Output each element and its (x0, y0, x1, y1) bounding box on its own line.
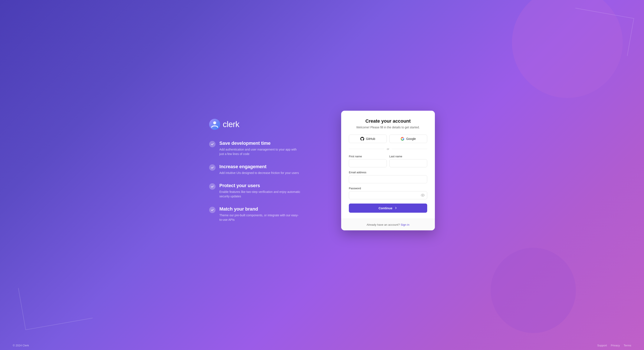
divider-text: or (387, 147, 389, 150)
feature-title-1: Save development time (219, 140, 300, 146)
footer-support-link[interactable]: Support (597, 344, 607, 347)
feature-item-1: Save development time Add authentication… (209, 140, 320, 156)
card-subtitle: Welcome! Please fill in the details to g… (349, 126, 427, 129)
footer-privacy-link[interactable]: Privacy (611, 344, 620, 347)
feature-content-4: Match your brand Theme our pre-built com… (219, 206, 300, 222)
page-footer: © 2024 Clerk Support Privacy Terms (0, 341, 644, 350)
last-name-group: Last name (389, 155, 427, 167)
card-footer: Already have an account? Sign in (341, 219, 435, 230)
main-content: clerk Save development time Add authenti… (0, 0, 644, 341)
google-icon (400, 137, 404, 141)
left-panel: clerk Save development time Add authenti… (209, 119, 320, 222)
github-icon (360, 137, 364, 141)
password-toggle-icon[interactable] (421, 193, 425, 197)
features-list: Save development time Add authentication… (209, 140, 320, 222)
github-label: GitHub (366, 137, 375, 140)
continue-label: Continue (379, 206, 392, 210)
right-panel: Create your account Welcome! Please fill… (341, 111, 435, 230)
email-label: Email address (349, 171, 427, 174)
name-row: First name Last name (349, 155, 427, 167)
feature-item-3: Protect your users Enable features like … (209, 183, 320, 199)
divider-line-left (349, 149, 384, 149)
continue-arrow-icon (394, 206, 398, 210)
card-body: Create your account Welcome! Please fill… (341, 111, 435, 219)
password-group: Password (349, 187, 427, 199)
divider: or (349, 147, 427, 150)
logo-area: clerk (209, 119, 320, 130)
email-group: Email address (349, 171, 427, 183)
first-name-label: First name (349, 155, 387, 158)
copyright: © 2024 Clerk (13, 344, 29, 347)
card-title: Create your account (349, 118, 427, 124)
feature-title-2: Increase engagement (219, 164, 299, 170)
last-name-input[interactable] (389, 159, 427, 167)
google-button[interactable]: Google (389, 134, 427, 143)
svg-point-2 (422, 194, 423, 196)
footer-terms-link[interactable]: Terms (624, 344, 631, 347)
google-label: Google (406, 137, 416, 140)
feature-title-4: Match your brand (219, 206, 300, 212)
password-label: Password (349, 187, 427, 190)
check-icon-3 (209, 183, 216, 190)
feature-content-2: Increase engagement Add intuitive UIs de… (219, 164, 299, 175)
feature-item-4: Match your brand Theme our pre-built com… (209, 206, 320, 222)
feature-desc-4: Theme our pre-built components, or integ… (219, 213, 300, 222)
check-icon-1 (209, 141, 216, 147)
footer-links: Support Privacy Terms (597, 344, 631, 347)
signup-card: Create your account Welcome! Please fill… (341, 111, 435, 230)
first-name-group: First name (349, 155, 387, 167)
divider-line-right (392, 149, 427, 149)
github-button[interactable]: GitHub (349, 134, 387, 143)
oauth-buttons: GitHub Google (349, 134, 427, 143)
feature-desc-3: Enable features like two-step verificati… (219, 190, 300, 199)
feature-title-3: Protect your users (219, 183, 300, 188)
feature-item-2: Increase engagement Add intuitive UIs de… (209, 164, 320, 175)
svg-point-1 (213, 121, 216, 124)
check-icon-2 (209, 164, 216, 171)
feature-desc-1: Add authentication and user management t… (219, 147, 300, 156)
continue-button[interactable]: Continue (349, 204, 427, 213)
logo-text: clerk (223, 120, 239, 129)
signin-link[interactable]: Sign in (400, 223, 409, 226)
password-wrapper (349, 191, 427, 199)
check-icon-4 (209, 207, 216, 213)
password-input[interactable] (349, 191, 427, 199)
email-input[interactable] (349, 175, 427, 183)
clerk-logo-icon (209, 119, 220, 130)
feature-content-3: Protect your users Enable features like … (219, 183, 300, 199)
first-name-input[interactable] (349, 159, 387, 167)
signin-prompt: Already have an account? Sign in (366, 223, 409, 226)
last-name-label: Last name (389, 155, 427, 158)
feature-content-1: Save development time Add authentication… (219, 140, 300, 156)
feature-desc-2: Add intuitive UIs designed to decrease f… (219, 171, 299, 175)
